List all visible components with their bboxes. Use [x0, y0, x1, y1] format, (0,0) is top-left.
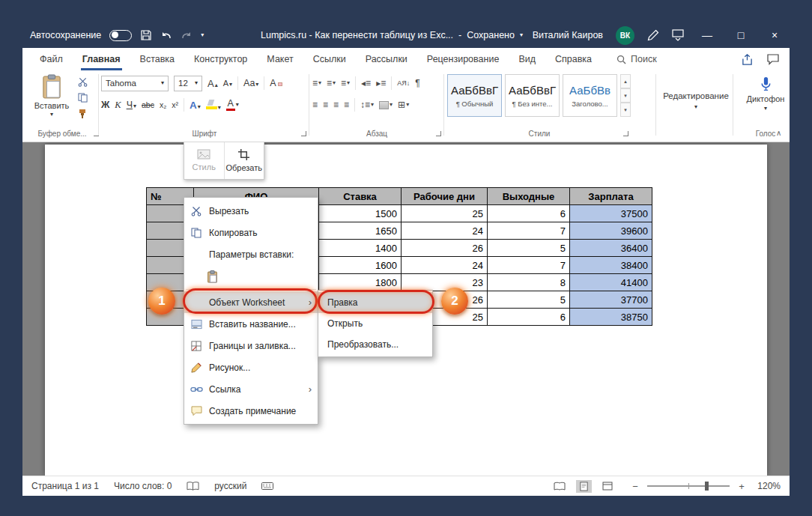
table-cell[interactable]: 25: [402, 205, 488, 222]
font-name-select[interactable]: Tahoma ▾: [101, 76, 169, 91]
clear-formatting-button[interactable]: А: [270, 78, 282, 88]
saved-status[interactable]: Сохранено: [467, 30, 515, 40]
language-indicator[interactable]: русский: [214, 481, 246, 491]
table-cell[interactable]: 6: [488, 205, 570, 222]
style-no-spacing[interactable]: АаБбВвГ ¶ Без инте...: [505, 74, 560, 117]
justify-button[interactable]: ≡: [344, 100, 349, 110]
table-cell[interactable]: 38400: [570, 257, 652, 274]
show-marks-button[interactable]: ¶: [415, 78, 419, 88]
subscript-button[interactable]: x₂: [160, 100, 166, 109]
shrink-font-button[interactable]: А▾: [223, 79, 232, 88]
search-box[interactable]: Поиск: [616, 54, 657, 64]
read-mode-button[interactable]: [551, 480, 569, 492]
tab-help[interactable]: Справка: [545, 48, 602, 70]
line-spacing-button[interactable]: ↕≡▾: [360, 100, 374, 110]
dictate-button[interactable]: Диктофон ▾: [736, 74, 796, 112]
submenu-item-convert[interactable]: Преобразовать...: [318, 334, 432, 355]
menu-item-link[interactable]: Ссылка ›: [184, 378, 318, 400]
superscript-button[interactable]: x²: [172, 100, 178, 109]
collapse-ribbon-icon[interactable]: ∧: [776, 129, 781, 137]
table-cell[interactable]: 41400: [570, 274, 652, 291]
share-icon[interactable]: [741, 54, 754, 65]
table-cell[interactable]: 26: [402, 240, 488, 257]
table-cell[interactable]: 39600: [570, 222, 652, 240]
table-cell[interactable]: 24: [402, 257, 488, 274]
multilevel-list-button[interactable]: ≡▾: [341, 78, 350, 88]
tab-references[interactable]: Ссылки: [303, 48, 356, 70]
sort-button[interactable]: АЯ↓: [397, 79, 410, 87]
table-cell[interactable]: 1800: [319, 274, 402, 291]
change-case-button[interactable]: Aa▾: [243, 78, 258, 88]
table-cell[interactable]: 24: [402, 222, 488, 240]
editing-dropdown[interactable]: Редактирование ▾: [661, 74, 731, 127]
strikethrough-button[interactable]: abc: [142, 100, 154, 109]
header-cell[interactable]: Рабочие дни: [402, 188, 488, 205]
header-cell[interactable]: Ставка: [319, 188, 402, 205]
shading-button[interactable]: ▾: [379, 101, 393, 109]
comments-icon[interactable]: [767, 54, 779, 65]
style-heading[interactable]: АаБбВв Заголово...: [563, 74, 617, 117]
table-cell[interactable]: 36400: [570, 240, 652, 257]
font-color-button[interactable]: А▾: [226, 99, 239, 112]
format-painter-button[interactable]: [78, 109, 87, 119]
bold-button[interactable]: Ж: [101, 100, 109, 110]
styles-more-button[interactable]: ▾: [620, 103, 631, 117]
menu-item-borders-shading[interactable]: Границы и заливка...: [184, 335, 318, 356]
word-count[interactable]: Число слов: 0: [114, 481, 172, 491]
text-effects-button[interactable]: А▾: [190, 100, 201, 111]
tab-design[interactable]: Конструктор: [184, 48, 257, 70]
italic-button[interactable]: К: [115, 100, 121, 111]
proofing-icon[interactable]: [187, 482, 199, 491]
web-layout-button[interactable]: [599, 480, 616, 492]
style-button-disabled[interactable]: Стиль: [184, 142, 224, 179]
align-left-button[interactable]: ≡: [312, 100, 318, 110]
styles-scroll-up[interactable]: ▴: [620, 74, 631, 88]
align-center-button[interactable]: ≡: [323, 100, 328, 110]
header-cell[interactable]: Зарплата: [570, 188, 652, 205]
avatar[interactable]: ВК: [616, 26, 634, 45]
cut-button[interactable]: [78, 77, 88, 87]
increase-indent-button[interactable]: ▸≡: [376, 78, 386, 88]
table-cell[interactable]: 37700: [570, 291, 652, 309]
table-cell[interactable]: 8: [488, 274, 570, 291]
quick-access-chevron-icon[interactable]: ▾: [201, 32, 204, 38]
table-cell[interactable]: 5: [488, 291, 570, 309]
tab-file[interactable]: Файл: [30, 48, 73, 70]
table-cell[interactable]: 1500: [319, 205, 402, 222]
grow-font-button[interactable]: А▴: [207, 78, 218, 89]
align-right-button[interactable]: ≡: [333, 100, 339, 110]
styles-dialog-launcher[interactable]: [623, 131, 628, 136]
menu-item-picture[interactable]: Рисунок...: [184, 356, 318, 378]
crop-button[interactable]: Обрезать: [224, 142, 264, 179]
table-cell[interactable]: 1400: [319, 240, 402, 257]
paste-option-keep-formatting[interactable]: [184, 265, 318, 288]
close-button[interactable]: ×: [764, 22, 785, 48]
highlight-color-button[interactable]: ▾: [206, 100, 221, 111]
minimize-button[interactable]: —: [697, 22, 718, 48]
table-cell[interactable]: 5: [488, 240, 570, 257]
user-name[interactable]: Виталий Каиров: [533, 30, 603, 40]
style-normal[interactable]: АаБбВвГ ¶ Обычный: [447, 74, 502, 117]
paragraph-dialog-launcher[interactable]: [436, 131, 441, 136]
header-cell[interactable]: Выходные: [488, 188, 570, 205]
tab-layout[interactable]: Макет: [257, 48, 303, 70]
table-cell[interactable]: 1650: [319, 222, 402, 240]
menu-item-new-comment[interactable]: Создать примечание: [184, 400, 318, 422]
tab-review[interactable]: Рецензирование: [417, 48, 509, 70]
tab-insert[interactable]: Вставка: [130, 48, 184, 70]
tab-view[interactable]: Вид: [509, 48, 545, 70]
decrease-indent-button[interactable]: ◂≡: [361, 78, 371, 88]
ribbon-display-options-icon[interactable]: [672, 29, 684, 41]
numbering-button[interactable]: ≡▾: [327, 78, 336, 88]
bullets-button[interactable]: ≡▾: [312, 78, 321, 88]
borders-button[interactable]: ⊞▾: [398, 100, 409, 110]
table-cell[interactable]: 7: [488, 257, 570, 274]
zoom-slider[interactable]: [647, 485, 730, 487]
maximize-button[interactable]: □: [730, 22, 751, 48]
table-cell[interactable]: 23: [402, 274, 488, 291]
tab-mailings[interactable]: Рассылки: [356, 48, 417, 70]
undo-button[interactable]: [160, 30, 172, 41]
keyboard-icon[interactable]: [261, 482, 273, 490]
table-cell[interactable]: 38750: [570, 309, 652, 326]
submenu-item-edit[interactable]: Правка: [318, 292, 432, 313]
